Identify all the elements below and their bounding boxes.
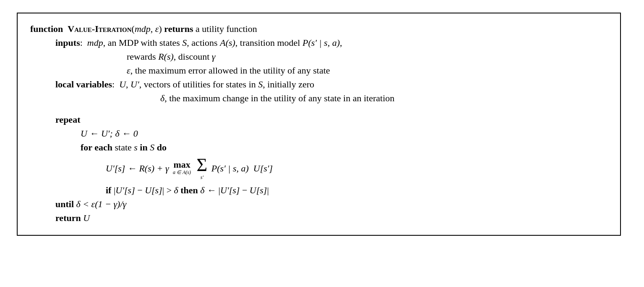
sum-subscript: s′ <box>197 174 208 181</box>
returns-desc: a utility function <box>196 24 257 34</box>
u-prime-s2: U′[s] <box>220 185 240 195</box>
discount-gamma: γ <box>212 51 216 62</box>
then-keyword: then <box>180 185 198 195</box>
repeat-keyword: repeat <box>55 114 80 125</box>
states-S: S <box>182 37 187 48</box>
delta-cond: δ <box>174 185 178 195</box>
transition-times-utility: P(s′ | s, a) U[s′] <box>211 161 273 175</box>
u-prime-s: U′[s] <box>115 185 135 195</box>
algorithm-box: function Value-Iteration(mdp, ε) returns… <box>17 13 621 236</box>
state-var-s: s <box>134 142 138 153</box>
set-S-2: S <box>150 142 154 153</box>
return-U: U <box>83 213 90 223</box>
var-U-prime: U′ <box>130 79 139 90</box>
var-U: U <box>119 79 126 90</box>
sigma-symbol: Σ <box>197 156 208 174</box>
for-each-line: for each state s in S do <box>30 140 607 154</box>
input-mdp: mdp <box>87 37 103 48</box>
u-s2: U[s] <box>250 185 267 195</box>
do-keyword: do <box>157 142 167 153</box>
if-line: if |U′[s] − U[s]| > δ then δ ← |U′[s] − … <box>30 183 607 197</box>
if-keyword: if <box>106 185 111 195</box>
max-block: max a ∈ A(s) <box>173 160 191 176</box>
reward-R: R(s) <box>158 51 174 62</box>
repeat-keyword-line: repeat <box>30 113 607 126</box>
return-line: return U <box>30 211 607 225</box>
inputs-line3: ε, the maximum error allowed in the util… <box>30 63 607 77</box>
until-condition: δ < ε(1 − γ)/γ <box>76 199 127 209</box>
u-s: U[s] <box>145 185 162 195</box>
bellman-update-line: U′[s] ← R(s) + γ max a ∈ A(s) Σ s′ P(s′ … <box>30 156 607 181</box>
sum-block: Σ s′ <box>197 156 208 181</box>
param-mdp: mdp <box>135 24 151 34</box>
return-keyword: return <box>55 213 81 223</box>
in-keyword: in <box>140 142 147 153</box>
until-keyword: until <box>55 199 74 209</box>
param-epsilon: ε <box>155 24 159 34</box>
delta-assign: δ ← <box>200 185 216 195</box>
max-label: max <box>173 160 191 169</box>
until-line: until δ < ε(1 − γ)/γ <box>30 197 607 211</box>
epsilon-var: ε <box>127 65 130 76</box>
returns-keyword: returns <box>164 24 193 34</box>
function-signature: function Value-Iteration(mdp, ε) returns… <box>30 22 607 36</box>
set-S: S <box>258 79 263 90</box>
u-prime-assign: U′[s] ← R(s) + γ <box>106 161 169 175</box>
function-keyword: function <box>30 24 63 34</box>
local-variables-keyword: local variables <box>55 79 112 90</box>
for-each-keyword: for each <box>81 142 112 153</box>
var-delta: δ <box>160 93 164 103</box>
transition-model: P(s′ | s, a) <box>302 37 340 48</box>
local-vars-label-line: local variables: U, U′, vectors of utili… <box>30 77 607 91</box>
inputs-line2: rewards R(s), discount γ <box>30 50 607 63</box>
local-vars-line2: δ, the maximum change in the utility of … <box>30 91 607 105</box>
algorithm-name: Value-Iteration <box>68 24 131 34</box>
max-subscript: a ∈ A(s) <box>173 169 191 176</box>
assign-line: U ← U′; δ ← 0 <box>30 126 607 140</box>
assign-U: U ← U′; δ ← 0 <box>81 128 138 139</box>
inputs-keyword: inputs <box>55 37 80 48</box>
inputs-label-line: inputs: mdp, an MDP with states S, actio… <box>30 36 607 50</box>
actions-A: A(s) <box>220 37 235 48</box>
